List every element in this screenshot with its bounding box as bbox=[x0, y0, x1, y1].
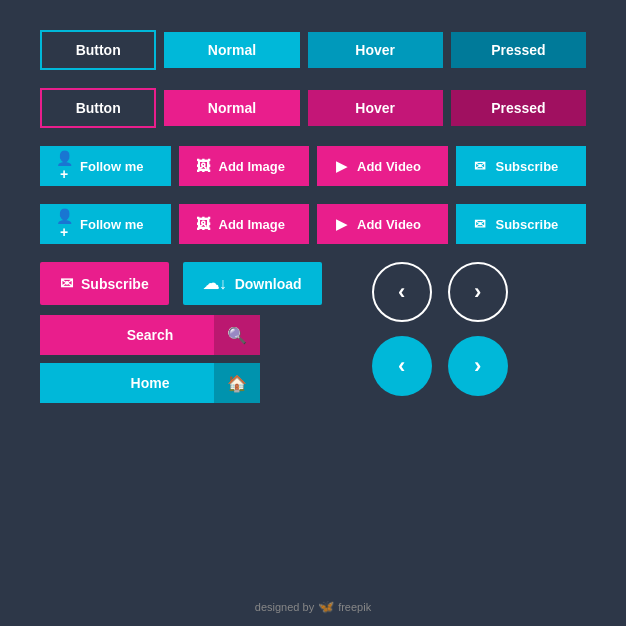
chevron-left-filled-icon: ‹ bbox=[398, 353, 405, 379]
add-video-button-1[interactable]: ▶ Add Video bbox=[317, 146, 448, 186]
download-button[interactable]: ☁↓ Download bbox=[183, 262, 322, 305]
add-image-label-2: Add Image bbox=[219, 217, 285, 232]
follow-me-button-2[interactable]: 👤+ Follow me bbox=[40, 204, 171, 244]
pink-hover-button[interactable]: Hover bbox=[308, 90, 443, 126]
pink-normal-button[interactable]: Normal bbox=[164, 90, 299, 126]
add-image-button-2[interactable]: 🖼 Add Image bbox=[179, 204, 310, 244]
footer-brand: freepik bbox=[338, 601, 371, 613]
download-icon: ☁↓ bbox=[203, 274, 227, 293]
chevron-right-icon: › bbox=[474, 279, 481, 305]
subscribe-label-1: Subscribe bbox=[496, 159, 559, 174]
pink-pressed-button[interactable]: Pressed bbox=[451, 90, 586, 126]
cyan-button-states-row: Button Normal Hover Pressed bbox=[40, 30, 586, 70]
pink-button-states-row: Button Normal Hover Pressed bbox=[40, 88, 586, 128]
follow-me-label-2: Follow me bbox=[80, 217, 144, 232]
home-icon: 🏠 bbox=[214, 363, 260, 403]
download-label: Download bbox=[235, 276, 302, 292]
subscribe-action-button[interactable]: ✉ Subscribe bbox=[40, 262, 169, 305]
chevron-right-filled-icon: › bbox=[474, 353, 481, 379]
search-icon: 🔍 bbox=[214, 315, 260, 355]
video-icon-2: ▶ bbox=[331, 214, 351, 234]
user-plus-icon: 👤+ bbox=[54, 156, 74, 176]
subscribe-button-2[interactable]: ✉ Subscribe bbox=[456, 204, 587, 244]
action-row: ✉ Subscribe ☁↓ Download bbox=[40, 262, 322, 305]
cyan-normal-button[interactable]: Normal bbox=[164, 32, 299, 68]
search-nav-button[interactable]: Search 🔍 bbox=[40, 315, 260, 355]
social-row-2: 👤+ Follow me 🖼 Add Image ▶ Add Video ✉ S… bbox=[40, 204, 586, 244]
filled-circle-nav: ‹ › bbox=[372, 336, 508, 396]
next-outline-button[interactable]: › bbox=[448, 262, 508, 322]
mail-icon-2: ✉ bbox=[470, 214, 490, 234]
add-image-button-1[interactable]: 🖼 Add Image bbox=[179, 146, 310, 186]
image-icon-2: 🖼 bbox=[193, 214, 213, 234]
prev-outline-button[interactable]: ‹ bbox=[372, 262, 432, 322]
nav-buttons: Search 🔍 Home 🏠 bbox=[40, 315, 322, 403]
subscribe-action-label: Subscribe bbox=[81, 276, 149, 292]
outline-circle-nav: ‹ › bbox=[372, 262, 508, 322]
image-icon: 🖼 bbox=[193, 156, 213, 176]
add-video-button-2[interactable]: ▶ Add Video bbox=[317, 204, 448, 244]
subscribe-button-1[interactable]: ✉ Subscribe bbox=[456, 146, 587, 186]
follow-me-button-1[interactable]: 👤+ Follow me bbox=[40, 146, 171, 186]
cyan-outline-button[interactable]: Button bbox=[40, 30, 156, 70]
social-row-1: 👤+ Follow me 🖼 Add Image ▶ Add Video ✉ S… bbox=[40, 146, 586, 186]
prev-filled-button[interactable]: ‹ bbox=[372, 336, 432, 396]
video-icon: ▶ bbox=[331, 156, 351, 176]
chevron-left-icon: ‹ bbox=[398, 279, 405, 305]
home-nav-button[interactable]: Home 🏠 bbox=[40, 363, 260, 403]
footer: designed by 🦋 freepik bbox=[255, 599, 371, 614]
add-video-label-2: Add Video bbox=[357, 217, 421, 232]
subscribe-label-2: Subscribe bbox=[496, 217, 559, 232]
cyan-hover-button[interactable]: Hover bbox=[308, 32, 443, 68]
freepik-icon: 🦋 bbox=[318, 599, 334, 614]
follow-me-label-1: Follow me bbox=[80, 159, 144, 174]
add-video-label-1: Add Video bbox=[357, 159, 421, 174]
add-image-label-1: Add Image bbox=[219, 159, 285, 174]
cyan-pressed-button[interactable]: Pressed bbox=[451, 32, 586, 68]
footer-text: designed by bbox=[255, 601, 314, 613]
bottom-section: ✉ Subscribe ☁↓ Download Search 🔍 Home 🏠 bbox=[40, 262, 586, 403]
user-plus-icon-2: 👤+ bbox=[54, 214, 74, 234]
mail-icon: ✉ bbox=[470, 156, 490, 176]
pink-outline-button[interactable]: Button bbox=[40, 88, 156, 128]
mail-icon-3: ✉ bbox=[60, 274, 73, 293]
next-filled-button[interactable]: › bbox=[448, 336, 508, 396]
